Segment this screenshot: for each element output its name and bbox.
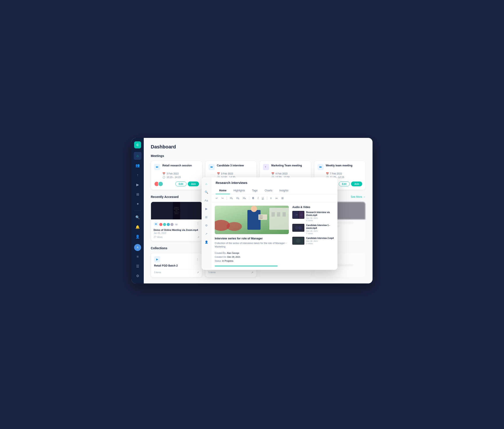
toolbar-sep-3 xyxy=(267,197,267,200)
more-options-icon-1[interactable]: ⋮ xyxy=(196,222,199,225)
sidebar-search-icon[interactable]: 🔍 xyxy=(134,214,141,221)
toolbar-italic[interactable]: I xyxy=(257,196,259,200)
edit-button-1[interactable]: Edit xyxy=(175,181,186,186)
popup-sidebar-share[interactable]: ↗ xyxy=(203,231,210,237)
video-item-info-3: Candidate Interview 2.mp4 Dec 28, 2021 5… xyxy=(306,237,334,245)
meeting-footer-1: Edit Join xyxy=(154,181,199,187)
meeting-date-3: 📅 4 Feb 2022 xyxy=(271,172,308,175)
popup-tab-highlights[interactable]: Highlights xyxy=(230,187,248,194)
svg-rect-13 xyxy=(283,212,286,217)
sidebar-divider xyxy=(134,211,141,211)
collection-views-1: 3 items xyxy=(154,271,161,274)
svg-rect-11 xyxy=(272,212,275,217)
toolbar-list-ol[interactable]: ≔ xyxy=(274,196,279,200)
popup-collection-meta: Created By: Alan George Created On: Dec … xyxy=(215,251,289,263)
sidebar-avatar[interactable]: A xyxy=(134,244,141,251)
plus-badge-1: +4 xyxy=(174,223,178,226)
popup-collection-info: FEMALE LEADER SUMMIT Interview series fo… xyxy=(215,206,289,266)
collection-name-1: Retail FGD Batch 2 xyxy=(154,264,199,267)
video-item-info-2: Candidate Interview 1 - zoom.mp4 Dec 28,… xyxy=(306,224,334,234)
meeting-header-3: T Marketing Team meeting xyxy=(263,164,308,170)
toolbar-bold[interactable]: B xyxy=(251,196,255,200)
sidebar-logo[interactable]: C xyxy=(134,141,141,148)
dot-red-1 xyxy=(159,223,162,226)
popup-sidebar-settings[interactable]: ⚙ xyxy=(203,223,210,229)
sidebar-plugin-icon[interactable]: ✦ xyxy=(134,200,141,208)
popup-sidebar-home[interactable]: ⌂ xyxy=(203,181,210,187)
status: Status: In Progress xyxy=(215,259,289,263)
popup-sidebar-search[interactable]: 🔍 xyxy=(203,189,210,195)
popup-sidebar: ⌂ 🔍 Aa ▶ ⊞ ⚙ ↗ 👤 xyxy=(202,177,211,270)
sidebar-bell-icon[interactable]: 🔔 xyxy=(134,223,141,231)
thumb-left-1 xyxy=(151,202,173,219)
toolbar-underline[interactable]: U xyxy=(261,196,265,200)
meeting-date-4: 📅 7 Feb 2022 xyxy=(326,172,363,175)
popup-tab-tags[interactable]: Tags xyxy=(248,187,261,194)
thumb-center-1: Online Meeting via Zoom.3 Demo xyxy=(173,202,180,219)
sidebar-settings-icon[interactable]: ⚙ xyxy=(134,272,141,280)
video-item-1[interactable]: Research Interview via Zoom.mp4 Dec 28, … xyxy=(292,211,334,222)
avatar-1b xyxy=(158,181,163,187)
created-by: Created By: Alan George xyxy=(215,251,289,255)
zoom-icon-4 xyxy=(318,164,324,170)
toolbar-undo[interactable]: ↩ xyxy=(215,196,219,200)
toolbar-h3[interactable]: H₃ xyxy=(242,196,247,200)
meeting-date-1: 📅 3 Feb 2022 xyxy=(162,172,199,175)
svg-text:FEMALE: FEMALE xyxy=(259,215,263,216)
share-icon-1[interactable]: ↗ xyxy=(197,236,199,239)
toolbar-h2[interactable]: H₂ xyxy=(236,196,240,200)
toolbar-list-ul[interactable]: ≡ xyxy=(269,196,273,200)
popup-tab-home[interactable]: Home xyxy=(216,187,230,194)
video-item-name-1: Research Interview via Zoom.mp4 xyxy=(306,211,334,217)
collection-card-1[interactable]: ▶ ⋮ Retail FGD Batch 2 3 items ↗ xyxy=(151,253,202,277)
sidebar-list-icon[interactable]: ☰ xyxy=(134,262,141,270)
popup-sidebar-grid[interactable]: ⊞ xyxy=(203,214,210,220)
sidebar-video-icon[interactable]: ▶ xyxy=(134,181,141,189)
popup-banner: FEMALE LEADER SUMMIT xyxy=(215,206,289,234)
sidebar-users-icon[interactable]: 👥 xyxy=(134,161,141,170)
popup-sidebar-person[interactable]: 👤 xyxy=(203,239,210,245)
video-item-info-1: Research Interview via Zoom.mp4 Dec 28, … xyxy=(306,211,334,222)
svg-point-26 xyxy=(295,226,299,230)
collection-share-1[interactable]: ↗ xyxy=(197,271,199,274)
svg-text:LEADER: LEADER xyxy=(259,217,263,218)
video-item-2[interactable]: Candidate Interview 1 - zoom.mp4 Dec 28,… xyxy=(292,224,334,234)
video-item-views-2: 7 Views xyxy=(306,232,334,234)
sidebar-person-icon[interactable]: 👤 xyxy=(134,233,141,241)
svg-text:SUMMIT: SUMMIT xyxy=(259,218,263,219)
sidebar-upload-icon[interactable]: ↑ xyxy=(134,171,141,179)
collection-more-1[interactable]: ⋮ xyxy=(196,258,199,261)
page-title: Dashboard xyxy=(151,144,365,150)
meeting-avatars-1 xyxy=(154,181,162,187)
video-item-3[interactable]: Candidate Interview 2.mp4 Dec 28, 2021 5… xyxy=(292,237,334,245)
sidebar-menu-icon[interactable]: ≡ xyxy=(134,253,141,261)
thumb-label-1: Online Meeting via Zoom.3 Demo xyxy=(173,206,180,215)
collection-share-2[interactable]: ↗ xyxy=(251,271,253,274)
toolbar-table[interactable]: ⊞ xyxy=(281,196,284,200)
popup-tab-charts[interactable]: Charts xyxy=(261,187,276,194)
join-button-4[interactable]: Join xyxy=(351,181,362,186)
toolbar-h1[interactable]: H₁ xyxy=(229,196,234,200)
video-date-1: Jan 05, 2022 xyxy=(154,232,199,234)
popup-tab-insights[interactable]: Insights xyxy=(276,187,292,194)
recently-section-title: Recently Accessed xyxy=(151,195,179,199)
calendar-icon-2: 📅 xyxy=(217,172,220,175)
sidebar-grid-icon[interactable]: ⊞ xyxy=(134,190,141,198)
video-card-1[interactable]: Online Meeting via Zoom.3 Demo xyxy=(151,202,202,241)
toolbar-redo[interactable]: ↪ xyxy=(221,196,224,200)
edit-button-4[interactable]: Edit xyxy=(339,181,350,186)
meeting-title-1: Retail research session xyxy=(162,164,192,168)
video-item-views-1: 8 Views xyxy=(306,219,334,222)
popup-sidebar-text[interactable]: Aa xyxy=(203,197,210,204)
popup-body: FEMALE LEADER SUMMIT Interview series fo… xyxy=(211,202,337,270)
toolbar-sep-1 xyxy=(227,197,227,200)
popup-sidebar-video[interactable]: ▶ xyxy=(203,206,210,212)
popup-collection-desc: Collection of the series of interviews t… xyxy=(215,241,289,249)
join-button-1[interactable]: Join xyxy=(188,181,199,186)
see-more-link[interactable]: See More → xyxy=(351,195,365,198)
calendar-icon-4: 📅 xyxy=(326,172,329,175)
svg-point-9 xyxy=(251,206,257,212)
calendar-icon-3: 📅 xyxy=(271,172,274,175)
video-item-name-2: Candidate Interview 1 - zoom.mp4 xyxy=(306,224,334,230)
sidebar-home-icon[interactable]: ⌂ xyxy=(134,152,141,160)
